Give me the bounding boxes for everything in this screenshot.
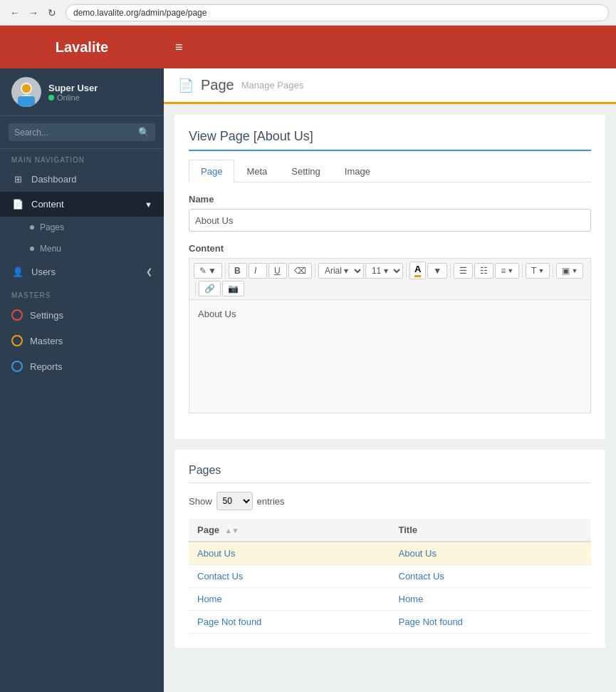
sidebar-item-reports[interactable]: Reports	[0, 353, 164, 379]
dashboard-label: Dashboard	[31, 174, 77, 185]
page-header: 📄 Page Manage Pages	[164, 68, 616, 104]
content-icon: 📄	[11, 199, 24, 210]
sidebar-item-pages[interactable]: Pages	[0, 217, 164, 238]
address-bar[interactable]	[66, 4, 609, 21]
pen-icon: ✎	[199, 266, 207, 276]
toolbar-link[interactable]: 🔗	[199, 281, 221, 296]
tab-page[interactable]: Page	[189, 160, 234, 182]
toolbar-sep-1	[225, 264, 226, 278]
sidebar-item-masters[interactable]: Masters	[0, 328, 164, 353]
toolbar-sep-5	[522, 264, 523, 278]
table-row: Page Not found Page Not found	[189, 611, 591, 634]
reports-label: Reports	[30, 361, 63, 372]
page-header-subtitle: Manage Pages	[241, 80, 303, 91]
editor-area[interactable]: About Us	[189, 299, 591, 413]
masters-label: Masters	[30, 336, 63, 346]
menu-label: Menu	[40, 244, 61, 254]
table-row: Home Home	[189, 588, 591, 611]
search-icon[interactable]: 🔍	[138, 127, 150, 138]
cell-title: About Us	[390, 542, 592, 565]
col-title: Title	[390, 519, 592, 542]
forward-button[interactable]: →	[26, 5, 41, 21]
settings-label: Settings	[30, 310, 63, 321]
toolbar-sep-7	[195, 282, 196, 296]
status-label: Online	[57, 93, 80, 102]
cell-page[interactable]: Home	[189, 588, 390, 611]
toolbar-list-ul[interactable]: ☰	[454, 263, 473, 279]
content-label: Content	[189, 243, 591, 254]
toolbar-bold[interactable]: B	[229, 263, 247, 279]
browser-nav: ← → ↻	[7, 5, 60, 21]
editor-content: About Us	[198, 309, 236, 319]
show-label: Show	[189, 496, 212, 507]
toolbar-list-ol[interactable]: ☷	[474, 263, 494, 279]
content-field-group: Content ✎ ▼ B I U ⌫ Ar	[189, 243, 591, 413]
cell-page[interactable]: Page Not found	[189, 611, 390, 634]
color-underline	[414, 275, 421, 277]
main-nav-label: MAIN NAVIGATION	[0, 149, 164, 167]
cell-page[interactable]: About Us	[189, 542, 390, 565]
table-controls: Show 50 25 100 entries	[189, 492, 591, 510]
name-label: Name	[189, 194, 591, 205]
editor-toolbar: ✎ ▼ B I U ⌫ Arial ▾ 11 ▾	[189, 258, 591, 299]
name-input[interactable]	[189, 209, 591, 232]
content-area: 📄 Page Manage Pages View Page [About Us]…	[164, 68, 616, 692]
pages-section-title: Pages	[189, 464, 591, 483]
sidebar-item-menu[interactable]: Menu	[0, 238, 164, 259]
page-header-title: Page	[201, 77, 234, 93]
toolbar-size-select[interactable]: 11 ▾	[365, 263, 403, 279]
toolbar-sep-2	[315, 264, 315, 278]
toolbar-italic[interactable]: I	[249, 263, 267, 279]
users-expand-arrow: ❮	[146, 267, 152, 277]
toolbar-text-t[interactable]: T ▼	[526, 263, 550, 279]
pen-arrow: ▼	[208, 266, 216, 276]
user-panel: Super User Online	[0, 68, 164, 116]
tab-image[interactable]: Image	[333, 160, 382, 182]
pages-section: Pages Show 50 25 100 entries Page	[174, 450, 605, 648]
svg-point-3	[22, 84, 31, 93]
sidebar: Lavalite Super User Online	[0, 26, 164, 692]
reload-button[interactable]: ↻	[44, 5, 60, 21]
back-button[interactable]: ←	[7, 5, 23, 21]
tab-setting[interactable]: Setting	[279, 160, 332, 182]
toolbar-align[interactable]: ≡ ▼	[495, 263, 519, 279]
users-icon: 👤	[11, 267, 24, 277]
status-dot	[48, 95, 54, 100]
sidebar-item-dashboard[interactable]: ⊞ Dashboard	[0, 167, 164, 192]
cell-page[interactable]: Contact Us	[189, 565, 390, 588]
toolbar-eraser[interactable]: ⌫	[288, 263, 312, 279]
toolbar-sep-6	[553, 264, 553, 278]
table-row: Contact Us Contact Us	[189, 565, 591, 588]
entries-select[interactable]: 50 25 100	[216, 492, 253, 510]
search-wrap: 🔍	[9, 123, 155, 141]
toolbar-font-select[interactable]: Arial ▾	[318, 263, 364, 279]
masters-section-label: Masters	[0, 284, 164, 302]
sidebar-item-settings[interactable]: Settings	[0, 302, 164, 328]
toolbar-color-arrow[interactable]: ▼	[427, 263, 447, 279]
tabs: Page Meta Setting Image	[189, 160, 591, 182]
cell-title: Page Not found	[390, 611, 592, 634]
search-input[interactable]	[14, 128, 138, 138]
sidebar-item-content[interactable]: 📄 Content ▼	[0, 192, 164, 217]
toolbar-image[interactable]: 📷	[222, 281, 244, 296]
view-page-title: View Page [About Us]	[189, 129, 591, 151]
svg-rect-4	[18, 96, 35, 107]
toolbar-table[interactable]: ▣ ▼	[556, 263, 583, 279]
user-status: Online	[48, 93, 98, 102]
toolbar-pen-btn[interactable]: ✎ ▼	[194, 263, 222, 279]
pages-table: Page ▲▼ Title About Us About Us Contact …	[189, 519, 591, 634]
dashboard-icon: ⊞	[11, 174, 24, 185]
toolbar-underline[interactable]: U	[268, 263, 287, 279]
entries-label: entries	[257, 496, 285, 507]
tab-meta[interactable]: Meta	[234, 160, 279, 182]
sidebar-item-users[interactable]: 👤 Users ❮	[0, 259, 164, 284]
hamburger-icon[interactable]: ≡	[175, 40, 183, 55]
sidebar-brand: Lavalite	[0, 26, 164, 68]
cell-title: Contact Us	[390, 565, 592, 588]
toolbar-color-btn[interactable]: A	[409, 262, 426, 279]
col-page: Page ▲▼	[189, 519, 390, 542]
table-row: About Us About Us	[189, 542, 591, 565]
reports-circle-icon	[11, 361, 23, 372]
content-expand-arrow: ▼	[145, 200, 152, 209]
cell-title: Home	[390, 588, 592, 611]
